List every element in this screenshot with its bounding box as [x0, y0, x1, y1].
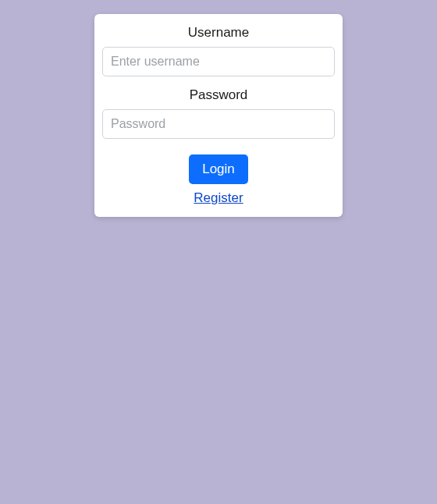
login-card: Username Password Login Register: [94, 14, 343, 217]
password-input[interactable]: [102, 109, 335, 139]
username-label: Username: [188, 25, 249, 41]
login-button[interactable]: Login: [189, 154, 248, 184]
username-input[interactable]: [102, 47, 335, 76]
password-label: Password: [190, 87, 248, 103]
register-link[interactable]: Register: [194, 190, 243, 206]
